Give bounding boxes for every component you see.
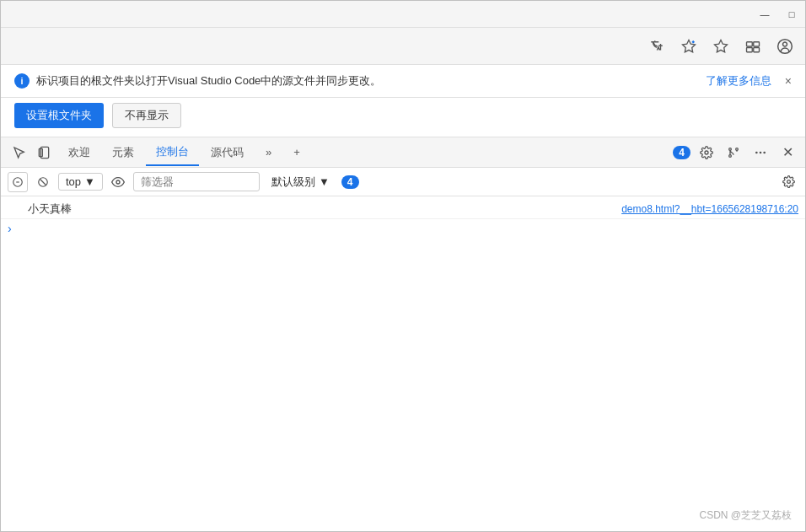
translate-icon[interactable] [647,36,667,56]
svg-point-11 [729,154,732,157]
svg-rect-1 [747,41,753,46]
minimize-button[interactable]: — [758,8,771,21]
console-log-text: 小天真棒 [28,202,72,217]
profile-icon[interactable] [775,36,795,56]
issues-badge[interactable]: 4 [673,146,690,159]
star-icon[interactable] [711,36,731,56]
svg-point-15 [763,151,766,153]
svg-point-12 [736,148,739,150]
console-toolbar: top ▼ 默认级别 ▼ 4 [1,168,805,196]
add-tab-button[interactable]: + [283,141,310,164]
console-settings-icon[interactable] [778,172,798,192]
svg-point-18 [116,180,120,184]
console-expand-arrow[interactable]: › [1,219,805,238]
banner-close-button[interactable]: × [785,74,792,88]
svg-point-19 [787,180,790,184]
tab-elements[interactable]: 元素 [102,140,144,165]
maximize-button[interactable]: □ [785,8,798,21]
console-output: 小天真棒 demo8.html?__hbt=1665628198716:20 › [1,196,805,531]
more-tabs-button[interactable]: » [255,141,282,164]
svg-point-10 [729,148,732,150]
svg-point-6 [783,42,787,46]
filter-input[interactable] [133,172,260,191]
block-icon[interactable] [33,172,53,192]
browser-toolbar [1,28,805,65]
tab-groups-icon[interactable] [743,36,763,56]
level-dropdown-arrow-icon: ▼ [319,175,330,188]
context-dropdown[interactable]: top ▼ [58,173,103,191]
svg-point-14 [760,151,762,153]
tab-console[interactable]: 控制台 [146,139,199,166]
devtools-settings-icon[interactable] [696,142,717,164]
info-banner-text: 标识项目的根文件夹以打开Visual Studio Code中的源文件并同步更改… [36,73,699,89]
svg-rect-4 [754,47,760,51]
info-banner: i 标识项目的根文件夹以打开Visual Studio Code中的源文件并同步… [1,65,805,98]
responsive-mode-icon[interactable] [33,141,56,164]
console-right-icons [778,172,798,192]
svg-rect-2 [754,41,760,46]
set-root-folder-button[interactable]: 设置根文件夹 [14,103,104,128]
console-log-line: 小天真棒 demo8.html?__hbt=1665628198716:20 [1,200,805,219]
svg-rect-3 [747,47,753,51]
banner-buttons-row: 设置根文件夹 不再显示 [1,98,805,137]
console-log-link[interactable]: demo8.html?__hbt=1665628198716:20 [621,203,798,215]
inspect-element-icon[interactable] [8,141,31,164]
more-options-icon[interactable] [750,142,771,164]
info-icon: i [14,73,30,89]
svg-point-9 [705,151,708,154]
learn-more-link[interactable]: 了解更多信息 [706,73,771,89]
dropdown-arrow-icon: ▼ [84,175,95,188]
dont-show-again-button[interactable]: 不再显示 [112,103,181,128]
branch-icon[interactable] [723,142,744,164]
log-level-dropdown[interactable]: 默认级别 ▼ [265,173,336,191]
eye-icon[interactable] [108,172,128,192]
close-devtools-icon[interactable]: ✕ [776,142,798,164]
tab-sources[interactable]: 源代码 [201,140,254,165]
star-add-icon[interactable] [679,36,699,56]
clear-console-icon[interactable] [8,172,28,192]
watermark: CSDN @芝芝又荔枝 [699,508,792,523]
devtools-tab-bar: 欢迎 元素 控制台 源代码 » + 4 [1,137,805,168]
main-content: i 标识项目的根文件夹以打开Visual Studio Code中的源文件并同步… [1,65,805,531]
tab-welcome[interactable]: 欢迎 [58,140,100,165]
svg-point-13 [755,151,758,153]
title-bar: — □ [1,1,805,28]
devtools-right-controls: 4 [673,142,798,164]
console-badge: 4 [341,175,359,189]
